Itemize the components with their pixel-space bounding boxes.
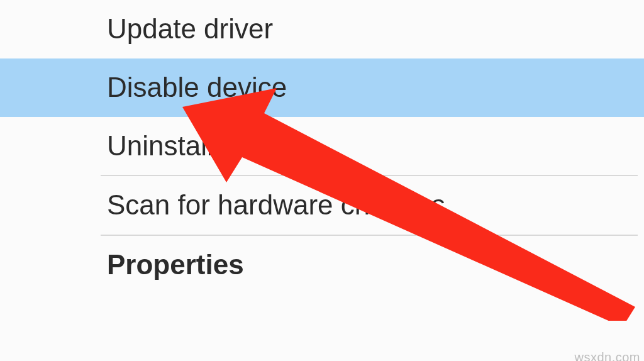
watermark-text: wsxdn.com: [574, 350, 640, 361]
menu-item-disable-device[interactable]: Disable device: [0, 58, 644, 117]
menu-item-label: Disable device: [107, 72, 287, 103]
menu-item-label: Uninstall device: [107, 130, 301, 161]
menu-item-uninstall-device[interactable]: Uninstall device: [0, 117, 644, 175]
menu-item-scan-hardware[interactable]: Scan for hardware changes: [0, 176, 644, 235]
menu-item-update-driver[interactable]: Update driver: [0, 0, 644, 58]
context-menu: Update driver Disable device Uninstall d…: [0, 0, 644, 361]
menu-item-properties[interactable]: Properties: [0, 236, 644, 294]
menu-item-label: Properties: [107, 249, 244, 280]
menu-item-label: Scan for hardware changes: [107, 189, 445, 220]
menu-item-label: Update driver: [107, 13, 273, 44]
